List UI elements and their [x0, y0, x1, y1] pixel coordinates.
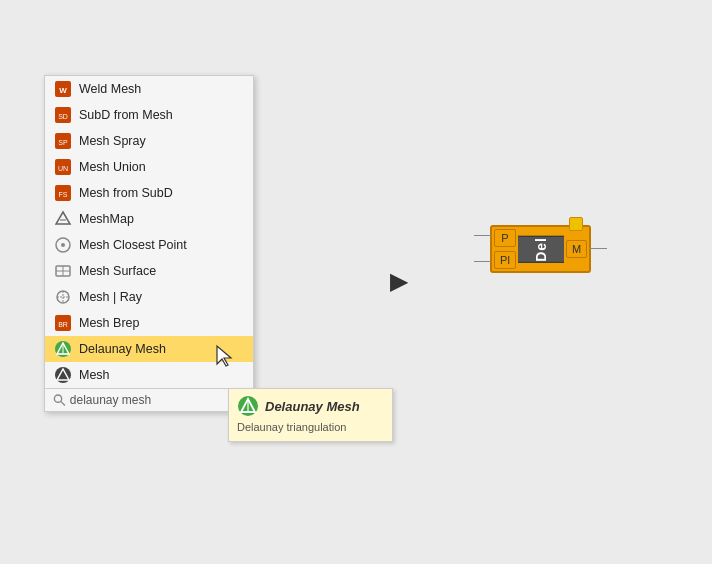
node-tag	[569, 217, 583, 231]
node-input-pl[interactable]: Pl	[494, 251, 516, 269]
mesh-icon	[53, 365, 73, 385]
svg-line-29	[61, 401, 65, 405]
svg-text:SD: SD	[58, 113, 68, 120]
connector-left-bottom	[474, 261, 492, 262]
search-icon	[53, 393, 66, 407]
subd-from-mesh-icon: SD	[53, 105, 73, 125]
context-menu: W Weld Mesh SD SubD from Mesh SP Mesh	[44, 75, 254, 412]
tooltip-description: Delaunay triangulation	[237, 421, 384, 433]
subd-from-mesh-label: SubD from Mesh	[79, 108, 173, 122]
connector-left-top	[474, 235, 492, 236]
node-center-label: Del	[518, 236, 564, 263]
svg-point-13	[61, 243, 65, 247]
svg-text:SP: SP	[58, 139, 68, 146]
menu-item-mesh-surface[interactable]: Mesh Surface	[45, 258, 253, 284]
menu-item-subd-from-mesh[interactable]: SD SubD from Mesh	[45, 102, 253, 128]
menu-item-mesh[interactable]: Mesh	[45, 362, 253, 388]
mesh-union-label: Mesh Union	[79, 160, 146, 174]
mesh-spray-icon: SP	[53, 131, 73, 151]
menu-item-mesh-closest-point[interactable]: Mesh Closest Point	[45, 232, 253, 258]
mesh-surface-icon	[53, 261, 73, 281]
svg-text:FS: FS	[59, 191, 68, 198]
weld-mesh-label: Weld Mesh	[79, 82, 141, 96]
svg-text:W: W	[59, 86, 67, 95]
menu-item-weld-mesh[interactable]: W Weld Mesh	[45, 76, 253, 102]
search-input[interactable]: delaunay mesh	[70, 393, 245, 407]
node-outputs: M	[566, 240, 587, 258]
menu-item-mesh-from-subd[interactable]: FS Mesh from SubD	[45, 180, 253, 206]
svg-text:BR: BR	[58, 321, 68, 328]
node-inputs: P Pl	[494, 229, 516, 269]
delaunay-mesh-icon	[53, 339, 73, 359]
menu-item-mesh-spray[interactable]: SP Mesh Spray	[45, 128, 253, 154]
mesh-ray-label: Mesh | Ray	[79, 290, 142, 304]
tooltip-title: Delaunay Mesh	[265, 399, 360, 414]
mesh-closest-point-label: Mesh Closest Point	[79, 238, 187, 252]
menu-item-delaunay-mesh[interactable]: Delaunay Mesh	[45, 336, 253, 362]
menu-item-mesh-ray[interactable]: Mesh | Ray	[45, 284, 253, 310]
tooltip-popup: Delaunay Mesh Delaunay triangulation	[228, 388, 393, 442]
svg-point-28	[54, 395, 61, 402]
menu-item-mesh-brep[interactable]: BR Mesh Brep	[45, 310, 253, 336]
mesh-label: Mesh	[79, 368, 110, 382]
mesh-brep-icon: BR	[53, 313, 73, 333]
svg-marker-10	[56, 212, 70, 224]
component-node: P Pl Del M	[490, 225, 591, 273]
mesh-closest-point-icon	[53, 235, 73, 255]
mesh-spray-label: Mesh Spray	[79, 134, 146, 148]
mesh-brep-label: Mesh Brep	[79, 316, 139, 330]
node-output-m[interactable]: M	[566, 240, 587, 258]
connector-right	[589, 248, 607, 249]
meshmap-label: MeshMap	[79, 212, 134, 226]
mesh-surface-label: Mesh Surface	[79, 264, 156, 278]
arrow-divider: ▶	[390, 269, 407, 295]
delaunay-mesh-label: Delaunay Mesh	[79, 342, 166, 356]
node-wrapper[interactable]: P Pl Del M	[490, 225, 591, 273]
svg-text:UN: UN	[58, 165, 68, 172]
weld-mesh-icon: W	[53, 79, 73, 99]
menu-search-bar[interactable]: delaunay mesh	[45, 388, 253, 411]
mesh-union-icon: UN	[53, 157, 73, 177]
mesh-ray-icon	[53, 287, 73, 307]
mesh-from-subd-icon: FS	[53, 183, 73, 203]
meshmap-icon	[53, 209, 73, 229]
canvas-area: W Weld Mesh SD SubD from Mesh SP Mesh	[0, 0, 712, 564]
tooltip-header: Delaunay Mesh	[237, 395, 384, 417]
mesh-from-subd-label: Mesh from SubD	[79, 186, 173, 200]
menu-item-meshmap[interactable]: MeshMap	[45, 206, 253, 232]
menu-item-mesh-union[interactable]: UN Mesh Union	[45, 154, 253, 180]
node-input-p[interactable]: P	[494, 229, 516, 247]
tooltip-delaunay-icon	[237, 395, 259, 417]
